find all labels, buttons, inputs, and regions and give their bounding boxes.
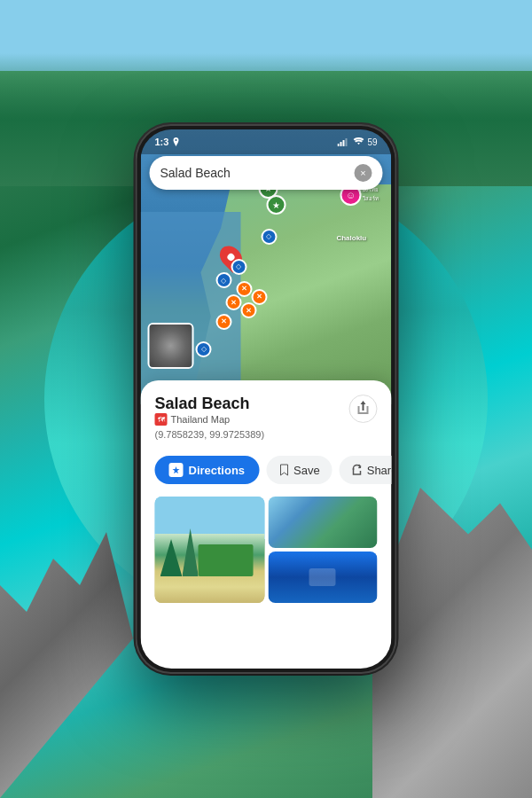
map-marker-green-2[interactable] <box>266 195 286 215</box>
svg-rect-2 <box>342 140 344 146</box>
blue-bottom-photo <box>268 552 378 603</box>
photo-side-column <box>268 497 378 603</box>
location-icon <box>172 137 179 146</box>
directions-label: Directions <box>189 464 246 477</box>
directions-button[interactable]: Directions <box>155 456 260 484</box>
status-time: 1:3 <box>155 137 169 147</box>
location-title: Salad Beach <box>155 395 265 413</box>
status-left: 1:3 <box>155 137 180 147</box>
tree-canopy <box>199 544 254 576</box>
map-source-icon: 🗺 <box>155 413 168 426</box>
map-marker-orange-5[interactable] <box>215 314 231 330</box>
directions-icon <box>169 463 184 477</box>
battery-level: 59 <box>367 137 377 147</box>
map-layer-thumbnail[interactable] <box>148 323 194 369</box>
photo-placeholder <box>309 568 336 586</box>
share-label: Share <box>367 464 392 477</box>
svg-rect-1 <box>340 142 341 146</box>
map-marker-blue-1[interactable] <box>231 259 246 275</box>
action-buttons: Directions Save Share <box>155 456 378 484</box>
photo-side-bottom[interactable] <box>268 552 378 603</box>
source-label: Thailand Map <box>171 414 231 425</box>
map-marker-orange-1[interactable] <box>236 281 252 297</box>
map-marker-orange-2[interactable] <box>251 289 267 305</box>
photo-grid[interactable] <box>155 497 378 638</box>
search-query: Salad Beach <box>160 166 355 180</box>
save-label: Save <box>293 464 320 477</box>
info-source: 🗺 Thailand Map <box>155 413 265 426</box>
photo-main-beach[interactable] <box>155 497 265 603</box>
status-bar: 1:3 59 <box>141 129 392 154</box>
map-water <box>141 212 241 404</box>
coordinates: (9.7858239, 99.9725389) <box>155 429 265 440</box>
phone-frame: 1:3 59 <box>136 124 397 674</box>
map-label-chalok: Chaloklu <box>336 234 366 242</box>
status-right: 59 <box>337 137 377 147</box>
bookmark-icon <box>278 464 289 476</box>
save-button[interactable]: Save <box>266 456 332 484</box>
share-icon-top <box>357 401 370 418</box>
side-photo-bg <box>268 497 378 548</box>
phone-screen: 1:3 59 <box>141 129 392 669</box>
info-title-block: Salad Beach 🗺 Thailand Map (9.7858239, 9… <box>155 395 265 452</box>
info-panel: Salad Beach 🗺 Thailand Map (9.7858239, 9… <box>141 380 392 669</box>
share-icon <box>352 464 363 476</box>
photo-side-top[interactable] <box>268 497 378 548</box>
svg-rect-0 <box>337 144 339 146</box>
info-header: Salad Beach 🗺 Thailand Map (9.7858239, 9… <box>155 395 378 452</box>
map-marker-blue-3[interactable] <box>261 229 277 245</box>
search-close-button[interactable]: × <box>355 164 372 182</box>
svg-rect-3 <box>345 138 347 146</box>
share-button-top[interactable] <box>349 395 378 423</box>
share-button[interactable]: Share <box>340 456 392 484</box>
signal-icon <box>337 137 349 146</box>
wifi-icon <box>353 137 364 146</box>
map-marker-blue-4[interactable] <box>196 341 212 357</box>
map-marker-blue-2[interactable] <box>215 272 231 288</box>
thumbnail-preview <box>150 325 192 367</box>
search-bar[interactable]: Salad Beach × <box>150 156 383 190</box>
